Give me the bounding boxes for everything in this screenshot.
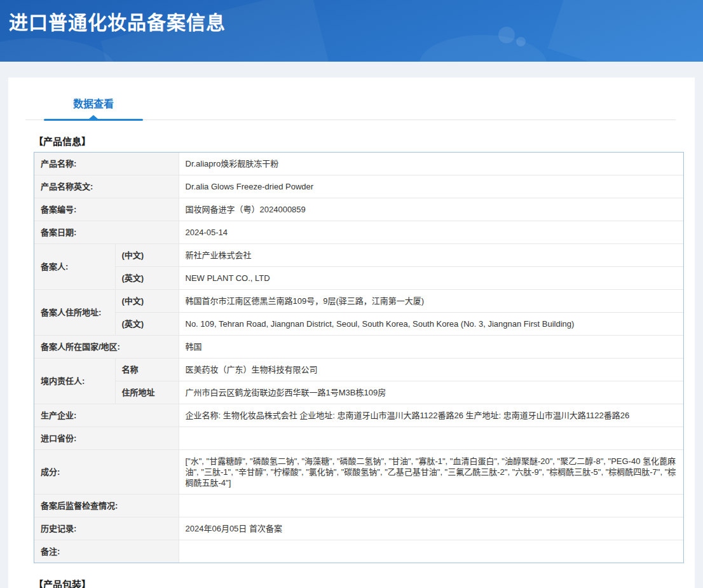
row-value: 国妆网备进字（粤）2024000859 xyxy=(179,198,683,221)
row-label: 备案后监督检查情况: xyxy=(34,495,179,517)
content-card: 数据查看 【产品信息】 产品名称:Dr.aliapro焕彩靓肤冻干粉产品名称英文… xyxy=(8,78,695,588)
banner-decor-shape xyxy=(0,38,114,62)
page-title: 进口普通化妆品备案信息 xyxy=(0,0,703,35)
row-value: No. 109, Tehran Road, Jiangnan District,… xyxy=(179,313,683,336)
row-sublabel: (英文) xyxy=(115,313,179,336)
row-sublabel: 名称 xyxy=(115,359,179,381)
row-label: 备注: xyxy=(34,540,179,563)
row-value: Dr.aliapro焕彩靓肤冻干粉 xyxy=(179,153,683,175)
row-sublabel: (中文) xyxy=(115,290,179,313)
row-label: 生产企业: xyxy=(34,404,179,427)
row-value: 企业名称: 生物化妆品株式会社 企业地址: 忠南道牙山市温川大路1122番路26… xyxy=(179,404,683,427)
table-row: 备案日期:2024-05-14 xyxy=(34,221,683,244)
row-sublabel: (英文) xyxy=(115,267,179,290)
row-value: 韩国 xyxy=(179,336,683,359)
row-label: 备案人住所地址: xyxy=(34,290,115,336)
table-row: (英文)NEW PLANT CO., LTD xyxy=(34,267,683,290)
row-value: ["水", "甘露糖醇", "磷酸氢二钠", "海藻糖", "磷酸二氢钠", "… xyxy=(179,450,683,495)
table-row: 备注: xyxy=(34,540,683,563)
row-value: NEW PLANT CO., LTD xyxy=(179,267,683,290)
table-row: 备案人住所地址:(中文)韩国首尔市江南区德黑兰南路109号，9层(驿三路，江南第… xyxy=(34,290,683,313)
row-value xyxy=(179,540,683,563)
banner-decor-circle xyxy=(516,37,526,46)
row-label: 备案人所在国家/地区: xyxy=(34,336,179,359)
row-label: 备案编号: xyxy=(34,198,179,221)
table-row: 备案后监督检查情况: xyxy=(34,495,683,517)
table-row: 成分:["水", "甘露糖醇", "磷酸氢二钠", "海藻糖", "磷酸二氢钠"… xyxy=(34,450,683,495)
table-row: 进口省份: xyxy=(34,427,683,450)
row-value: 新社产业株式会社 xyxy=(179,244,683,267)
row-label: 成分: xyxy=(34,450,179,495)
row-value: 2024-05-14 xyxy=(179,221,683,244)
row-label: 产品名称: xyxy=(34,153,179,175)
banner-decor-shape xyxy=(420,35,547,62)
row-sublabel: 住所地址 xyxy=(115,381,179,404)
tab-bar: 数据查看 xyxy=(25,95,676,120)
row-label: 历史记录: xyxy=(34,517,179,540)
row-value xyxy=(179,427,683,450)
table-row: 备案人所在国家/地区:韩国 xyxy=(34,336,683,359)
tab-data-view[interactable]: 数据查看 xyxy=(44,95,143,120)
row-label: 进口省份: xyxy=(34,427,179,450)
row-value: 2024年06月05日 首次备案 xyxy=(179,517,683,540)
row-value: 广州市白云区鹤龙街联边彭西华联一路1号M3B栋109房 xyxy=(179,381,683,404)
table-row: 产品名称英文:Dr.alia Glows Freeze-dried Powder xyxy=(34,175,683,198)
section-title-product-info: 【产品信息】 xyxy=(34,134,676,147)
tab-data-view-label: 数据查看 xyxy=(73,99,114,109)
table-row: (英文)No. 109, Tehran Road, Jiangnan Distr… xyxy=(34,313,683,336)
table-row: 生产企业:企业名称: 生物化妆品株式会社 企业地址: 忠南道牙山市温川大路112… xyxy=(34,404,683,427)
tab-active-indicator xyxy=(44,119,143,121)
row-value: 韩国首尔市江南区德黑兰南路109号，9层(驿三路，江南第一大厦) xyxy=(179,290,683,313)
table-row: 历史记录:2024年06月05日 首次备案 xyxy=(34,517,683,540)
table-row: 住所地址广州市白云区鹤龙街联边彭西华联一路1号M3B栋109房 xyxy=(34,381,683,404)
product-info-table-body: 产品名称:Dr.aliapro焕彩靓肤冻干粉产品名称英文:Dr.alia Glo… xyxy=(34,153,683,563)
table-row: 备案人:(中文)新社产业株式会社 xyxy=(34,244,683,267)
row-value xyxy=(179,495,683,517)
row-value: Dr.alia Glows Freeze-dried Powder xyxy=(179,175,683,198)
row-label: 备案人: xyxy=(34,244,115,290)
page-header: 进口普通化妆品备案信息 xyxy=(0,0,703,62)
table-row: 备案编号:国妆网备进字（粤）2024000859 xyxy=(34,198,683,221)
section-title-product-packaging: 【产品包装】 xyxy=(34,577,676,588)
product-info-table: 产品名称:Dr.aliapro焕彩靓肤冻干粉产品名称英文:Dr.alia Glo… xyxy=(34,152,684,563)
table-row: 产品名称:Dr.aliapro焕彩靓肤冻干粉 xyxy=(34,153,683,175)
row-label: 备案日期: xyxy=(34,221,179,244)
row-sublabel: (中文) xyxy=(115,244,179,267)
row-label: 产品名称英文: xyxy=(34,175,179,198)
table-row: 境内责任人:名称医美药妆（广东）生物科技有限公司 xyxy=(34,359,683,381)
row-label: 境内责任人: xyxy=(34,359,115,404)
row-value: 医美药妆（广东）生物科技有限公司 xyxy=(179,359,683,381)
